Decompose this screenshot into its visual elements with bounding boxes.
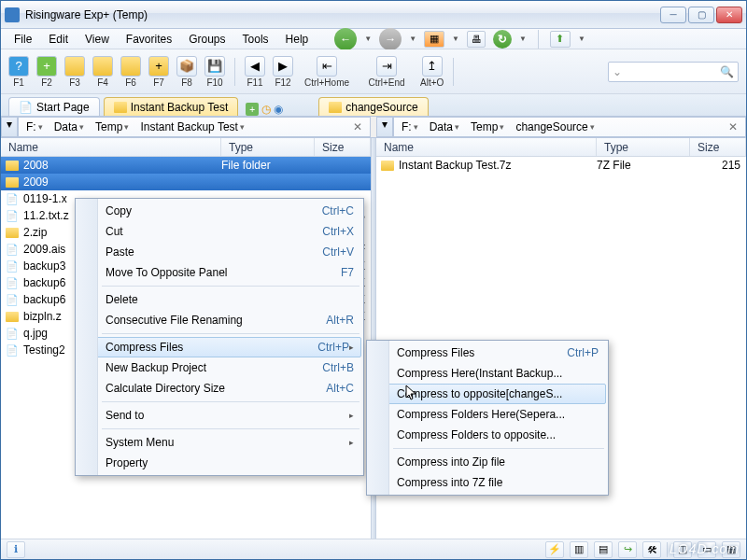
toolbar-f4[interactable]: F4 <box>92 56 113 88</box>
status-layout2-icon[interactable]: ▤ <box>594 541 613 558</box>
ctx-delete[interactable]: ✖Delete <box>78 289 361 310</box>
ctx-compress-into-7z-file[interactable]: Compress into 7Z file <box>369 472 606 493</box>
file-row[interactable]: 2008File folder <box>1 157 371 174</box>
folder-icon <box>5 226 20 239</box>
search-caret-icon: ⌄ <box>613 65 622 78</box>
menu-view[interactable]: View <box>78 31 117 48</box>
view-mode-icon[interactable]: ▦ <box>424 31 444 48</box>
printer-icon[interactable]: 🖶 <box>467 31 486 48</box>
toolbar-alt-o[interactable]: ↥Alt+O <box>420 56 444 88</box>
column-type[interactable]: Type <box>597 138 690 156</box>
folder-icon <box>5 310 20 323</box>
tab-change-source[interactable]: changeSource <box>318 97 428 116</box>
refresh-button[interactable]: ↻ <box>493 30 512 49</box>
file-icon: 📄 <box>5 276 20 289</box>
ctx-copy[interactable]: ⧉CopyCtrl+C <box>78 201 361 221</box>
ctx-property[interactable]: Property <box>78 453 361 473</box>
minimize-button[interactable]: ─ <box>660 7 686 23</box>
ctx-compress-folders-to-opposite-[interactable]: Compress Folders to opposite... <box>369 425 606 445</box>
nav-forward-button[interactable]: → <box>379 28 402 50</box>
file-icon: 📄 <box>5 243 20 256</box>
ctx-compress-files[interactable]: 🗜Compress FilesCtrl+P▸ <box>78 337 361 357</box>
nav-back-dropdown[interactable]: ▼ <box>364 35 372 43</box>
ctx-consecutive-file-renaming[interactable]: ✎Consecutive File RenamingAlt+R <box>78 310 361 330</box>
app-icon <box>5 7 20 22</box>
status-lightning-icon[interactable]: ⚡ <box>545 541 564 558</box>
column-type[interactable]: Type <box>221 138 315 156</box>
ctx-system-menu[interactable]: System Menu▸ <box>78 432 361 453</box>
tab-start-page[interactable]: 📄 Start Page <box>8 97 100 116</box>
column-name[interactable]: Name <box>376 138 597 156</box>
column-size[interactable]: Size <box>690 138 746 156</box>
breadcrumb-toggle-right[interactable]: ▾ <box>376 117 393 137</box>
toolbar-f6[interactable]: F6 <box>120 56 141 88</box>
window-title: Risingware Exp+ (Temp) <box>25 8 660 21</box>
column-name[interactable]: Name <box>1 138 221 156</box>
menu-groups[interactable]: Groups <box>181 31 233 48</box>
up-dropdown[interactable]: ▼ <box>578 35 585 43</box>
ctx-compress-into-zip-file[interactable]: Compress into Zip file <box>369 452 606 472</box>
tab-label: Start Page <box>36 101 90 114</box>
toolbar-f1[interactable]: ?F1 <box>8 56 29 88</box>
menu-file[interactable]: File <box>7 31 39 48</box>
menu-help[interactable]: Help <box>278 31 317 48</box>
tab-label: changeSource <box>345 101 417 114</box>
folder-icon <box>5 159 20 172</box>
folder-icon <box>380 159 395 172</box>
tab-history-icon[interactable]: ◷ <box>261 103 271 116</box>
breadcrumb-clear-icon[interactable]: ✕ <box>349 120 366 133</box>
tab-list-icon[interactable]: ◉ <box>274 103 283 116</box>
ctx-send-to[interactable]: Send to▸ <box>78 405 361 426</box>
up-arrow-icon[interactable]: ⬆ <box>550 31 571 48</box>
ctx-compress-here-instant-backup-[interactable]: Compress Here(Instant Backup... <box>369 363 606 384</box>
close-button[interactable]: ✕ <box>716 7 742 23</box>
toolbar-ctrl-home[interactable]: ⇤Ctrl+Home <box>301 56 353 88</box>
breadcrumb-left[interactable]: F:▾ Data▾ Temp▾ Instant Backup Test▾ ✕ <box>18 117 371 137</box>
status-arrow-icon[interactable]: ↪ <box>618 541 637 558</box>
ctx-compress-files[interactable]: 🗜Compress FilesCtrl+P <box>369 343 606 363</box>
folder-icon <box>5 175 20 189</box>
toolbar-f2[interactable]: +F2 <box>36 56 57 88</box>
tab-instant-backup[interactable]: Instant Backup Test <box>104 97 239 116</box>
toolbar-f3[interactable]: F3 <box>64 56 85 88</box>
ctx-calculate-directory-size[interactable]: 📐Calculate Directory SizeAlt+C <box>78 378 361 399</box>
toolbar-ctrl-end[interactable]: ⇥Ctrl+End <box>360 56 413 88</box>
menu-tools[interactable]: Tools <box>235 31 276 48</box>
toolbar-f7[interactable]: +F7 <box>148 56 169 88</box>
menu-edit[interactable]: Edit <box>41 31 76 48</box>
page-icon: 📄 <box>19 101 33 114</box>
status-layout1-icon[interactable]: ▥ <box>570 541 588 558</box>
nav-forward-dropdown[interactable]: ▼ <box>409 35 416 43</box>
tab-add-button[interactable]: + <box>246 103 259 116</box>
ctx-compress-folders-here-sepera-[interactable]: Compress Folders Here(Sepera... <box>369 404 606 425</box>
breadcrumb-right[interactable]: F:▾ Data▾ Temp▾ changeSource▾ ✕ <box>393 117 746 137</box>
refresh-dropdown[interactable]: ▼ <box>519 35 527 43</box>
file-row[interactable]: Instant Backup Test.7z7Z File215 <box>376 157 746 174</box>
status-tool-icon[interactable]: 🛠 <box>642 541 661 558</box>
view-dropdown[interactable]: ▼ <box>452 35 459 43</box>
ctx-paste[interactable]: 📋PasteCtrl+V <box>78 242 361 262</box>
column-size[interactable]: Size <box>315 138 371 156</box>
ctx-new-backup-project[interactable]: 💾New Backup ProjectCtrl+B <box>78 357 361 378</box>
ctx-move-to-opposite-panel[interactable]: ↔Move To Opposite PanelF7 <box>78 262 361 283</box>
toolbar-f8[interactable]: 📦F8 <box>176 56 197 88</box>
breadcrumb-clear-icon[interactable]: ✕ <box>725 120 741 133</box>
file-icon: 📄 <box>5 259 20 273</box>
status-info-icon[interactable]: ℹ <box>7 541 25 558</box>
toolbar-f11[interactable]: ◀F11 <box>245 56 265 88</box>
nav-back-button[interactable]: ← <box>334 28 357 50</box>
tab-label: Instant Backup Test <box>131 101 229 114</box>
search-icon[interactable]: 🔍 <box>720 65 734 78</box>
ctx-cut[interactable]: ✂CutCtrl+X <box>78 221 361 242</box>
menu-favorites[interactable]: Favorites <box>119 31 179 48</box>
ctx-compress-to-opposite-changes-[interactable]: 🗜Compress to opposite[changeS... <box>369 384 606 404</box>
file-row[interactable]: 2009 <box>1 174 371 190</box>
breadcrumb-toggle-left[interactable]: ▾ <box>1 117 18 137</box>
search-input[interactable]: ⌄ 🔍 <box>608 62 739 82</box>
folder-icon <box>329 102 342 113</box>
maximize-button[interactable]: ▢ <box>688 7 714 23</box>
folder-icon <box>114 102 127 113</box>
toolbar-f10[interactable]: 💾F10 <box>204 56 225 88</box>
toolbar-f12[interactable]: ▶F12 <box>273 56 293 88</box>
watermark: LO4D.com <box>669 541 740 556</box>
